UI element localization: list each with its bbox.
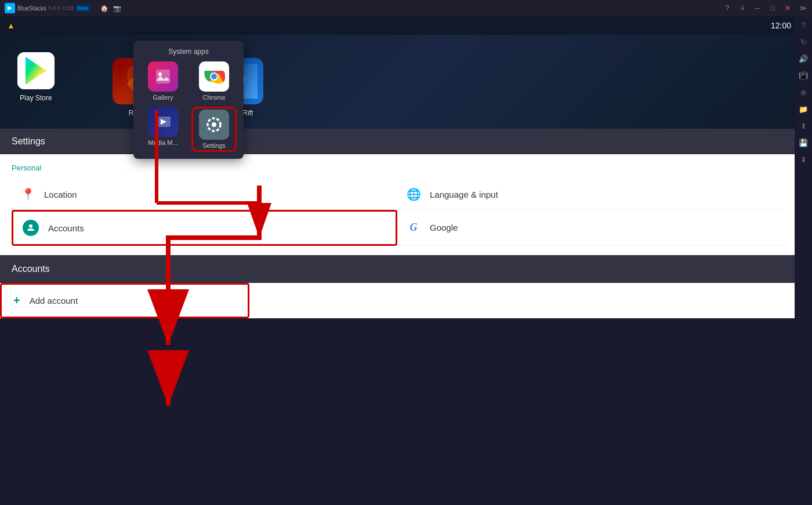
system-apps-grid: Gallery (140, 61, 237, 152)
accounts-header: Accounts ⋮ (0, 255, 812, 283)
accounts-section: Accounts ⋮ + Add account (0, 255, 812, 318)
app-title: BlueStacks (17, 5, 46, 12)
sidebar-shake-icon[interactable]: 📳 (798, 71, 809, 80)
app-wrapper: BlueStacks 5.0.0.7228 Beta 🏠 📷 ? ≡ ─ □ ✕… (0, 0, 812, 505)
app-logo: BlueStacks 5.0.0.7228 Beta (5, 3, 90, 13)
personal-section-label: Personal (12, 164, 783, 172)
app-version: 5.0.0.7228 (49, 5, 74, 11)
settings-panel: Settings Personal 📍 Location (0, 129, 795, 255)
maximize-button[interactable]: □ (768, 4, 777, 12)
bluestacks-icon (5, 3, 15, 13)
location-label: Location (44, 190, 77, 199)
topbar-left: ▲ (7, 21, 15, 30)
title-bar: BlueStacks 5.0.0.7228 Beta 🏠 📷 ? ≡ ─ □ ✕… (0, 0, 812, 16)
settings-location-item[interactable]: 📍 Location (12, 179, 397, 210)
sidebar-folder-icon[interactable]: 📁 (798, 105, 809, 114)
svg-rect-4 (156, 70, 170, 83)
google-label: Google (430, 223, 458, 232)
menu-button[interactable]: ≡ (738, 4, 747, 12)
app-beta: Beta (76, 5, 90, 12)
svg-point-22 (29, 224, 32, 228)
right-sidebar: ? ↻ 🔊 📳 ⊕ 📁 ⬆ 💾 ⬇ (795, 16, 812, 318)
gallery-icon (148, 61, 178, 92)
gallery-app[interactable]: Gallery (140, 61, 186, 101)
screenshot-icon[interactable]: 📷 (113, 5, 121, 12)
sidebar-volume-icon[interactable]: 🔊 (798, 55, 809, 63)
android-desktop: Play Store System apps (0, 35, 812, 129)
window-controls: ? ≡ ─ □ ✕ ≫ (723, 4, 807, 12)
sidebar-rotate-icon[interactable]: ↻ (798, 38, 809, 46)
title-bar-nav-icons: 🏠 📷 (100, 5, 121, 12)
svg-marker-0 (8, 6, 12, 10)
settings-panel-title: Settings (12, 136, 45, 147)
settings-panel-header: Settings (0, 129, 795, 154)
play-store-app[interactable]: Play Store (17, 52, 55, 102)
settings-inner-panel: Personal 📍 Location 🌐 Language & input (0, 154, 795, 255)
close-button[interactable]: ✕ (783, 4, 792, 12)
media-manager-icon (148, 107, 178, 137)
sidebar-zoom-icon[interactable]: ⊕ (798, 88, 809, 97)
location-icon: 📍 (21, 187, 35, 201)
gallery-label: Gallery (153, 94, 173, 101)
language-label: Language & input (430, 190, 498, 199)
settings-google-item[interactable]: G Google (397, 210, 783, 246)
android-topbar: ▲ 12:00 ⛶ (0, 16, 812, 35)
svg-point-5 (158, 72, 162, 76)
home-icon[interactable]: 🏠 (100, 5, 108, 12)
add-account-item[interactable]: + Add account (0, 283, 249, 318)
media-manager-label: Media M... (148, 139, 177, 146)
media-manager-app[interactable]: Media M... (140, 107, 186, 152)
system-apps-title: System apps (140, 48, 237, 56)
warning-icon: ▲ (7, 21, 15, 30)
settings-label: Settings (202, 142, 226, 149)
settings-content-area: Personal 📍 Location 🌐 Language & input (0, 154, 795, 255)
play-store-icon-img (17, 52, 55, 89)
minimize-button[interactable]: ─ (753, 4, 762, 12)
google-icon: G (407, 221, 420, 234)
svg-point-10 (211, 74, 217, 79)
accounts-section-title: Accounts (12, 264, 50, 274)
sidebar-upload-icon[interactable]: ⬆ (798, 122, 809, 130)
sidebar-download-icon[interactable]: ⬇ (798, 155, 809, 164)
settings-items-grid: 📍 Location 🌐 Language & input (12, 179, 783, 246)
sidebar-help-icon[interactable]: ? (798, 21, 809, 30)
svg-point-13 (212, 122, 216, 127)
accounts-icon (23, 220, 39, 236)
settings-icon (199, 110, 229, 140)
accounts-content-area: + Add account (0, 283, 812, 318)
system-apps-popup: System apps (133, 41, 244, 159)
language-icon: 🌐 (407, 187, 420, 201)
sidebar-save-icon[interactable]: 💾 (798, 139, 809, 147)
clock-display: 12:00 (771, 21, 791, 30)
chrome-label: Chrome (202, 94, 225, 101)
sidebar-toggle-button[interactable]: ≫ (798, 4, 807, 12)
add-account-label: Add account (30, 296, 78, 306)
chrome-icon (199, 61, 229, 92)
settings-app[interactable]: Settings (191, 107, 237, 152)
settings-language-item[interactable]: 🌐 Language & input (397, 179, 783, 210)
accounts-label: Accounts (48, 223, 84, 233)
help-button[interactable]: ? (723, 4, 732, 12)
settings-accounts-item[interactable]: Accounts (12, 210, 397, 246)
add-icon: + (13, 294, 20, 307)
play-store-label: Play Store (20, 94, 52, 102)
chrome-app[interactable]: Chrome (191, 61, 237, 101)
